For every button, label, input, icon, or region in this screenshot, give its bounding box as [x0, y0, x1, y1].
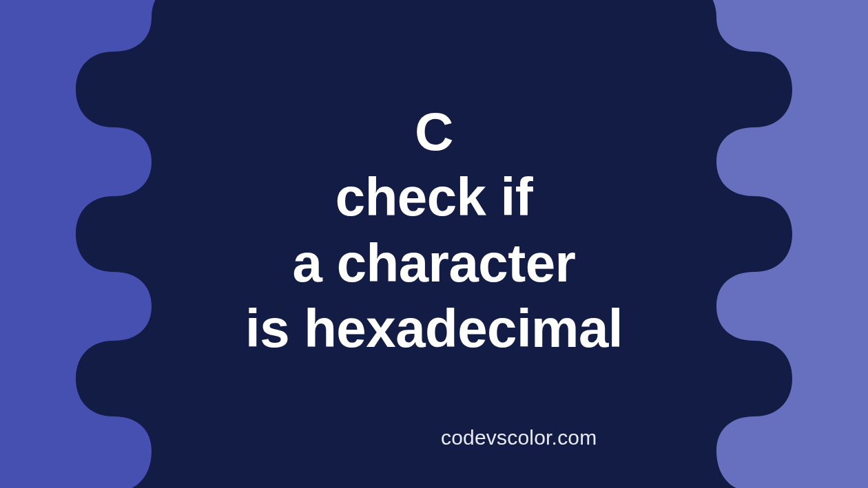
title-container: C check if a character is hexadecimal [0, 0, 868, 488]
title-line-4: is hexadecimal [245, 298, 623, 359]
title-line-1: C [415, 101, 453, 162]
title-line-3: a character [293, 233, 576, 293]
page-title: C check if a character is hexadecimal [245, 99, 623, 361]
title-line-2: check if [335, 167, 533, 227]
attribution-text: codevscolor.com [441, 426, 597, 449]
